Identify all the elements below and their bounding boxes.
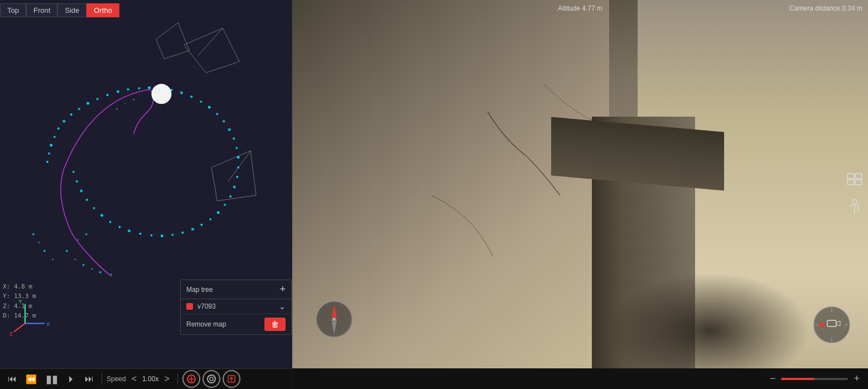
zoom-in-button[interactable]: + — [853, 373, 860, 385]
zoom-bar-fill — [781, 378, 814, 380]
svg-point-29 — [148, 87, 151, 89]
map-tree-title: Map tree — [186, 286, 213, 294]
svg-text:Z: Z — [9, 330, 13, 337]
svg-point-37 — [223, 120, 225, 122]
svg-point-27 — [127, 88, 129, 90]
svg-point-62 — [80, 189, 83, 192]
svg-point-59 — [100, 214, 103, 217]
svg-point-33 — [190, 95, 192, 98]
toolbar-separator-2 — [177, 373, 178, 385]
tab-front[interactable]: Front — [26, 3, 57, 17]
svg-point-75 — [116, 108, 118, 110]
svg-point-24 — [97, 98, 99, 100]
speed-control: Speed < 1.00x > — [107, 373, 173, 385]
camera-view[interactable]: Altitude 4.77 m Camera distance 0.34 m — [292, 0, 868, 389]
svg-point-17 — [50, 144, 52, 147]
svg-rect-94 — [847, 180, 854, 185]
svg-point-51 — [181, 232, 184, 234]
prev-frame-button[interactable]: ⏪ — [22, 373, 40, 386]
svg-point-23 — [86, 102, 89, 105]
svg-point-52 — [171, 234, 173, 236]
svg-point-38 — [228, 128, 231, 131]
speed-label: Speed — [107, 375, 126, 383]
speed-decrease-button[interactable]: < — [128, 373, 140, 385]
altitude-label: Altitude — [558, 4, 580, 12]
inspection-tool-button[interactable] — [202, 370, 220, 388]
svg-point-57 — [119, 226, 121, 228]
cracks-overlay — [292, 0, 868, 389]
svg-point-73 — [44, 250, 46, 252]
compass-widget[interactable] — [315, 300, 354, 339]
tab-top[interactable]: Top — [0, 3, 26, 17]
skip-end-button[interactable]: ⏭ — [81, 373, 97, 385]
svg-marker-14 — [156, 23, 189, 59]
remove-map-button[interactable]: Remove map — [186, 320, 226, 328]
viewport-3d[interactable]: Top Front Side Ortho — [0, 0, 292, 368]
left-3d-panel: Top Front Side Ortho — [0, 0, 292, 368]
svg-point-46 — [224, 204, 226, 206]
bottom-toolbar: ⏮ ⏪ ▮▮ ⏵ ⏭ Speed < 1.00x > — [0, 368, 292, 389]
svg-point-71 — [32, 233, 35, 236]
export-tool-button[interactable] — [223, 370, 240, 388]
svg-point-21 — [70, 113, 73, 116]
d-coord: D: 14.7 m — [3, 311, 36, 321]
svg-point-68 — [91, 268, 93, 270]
svg-point-35 — [208, 106, 211, 109]
skip-start-button[interactable]: ⏮ — [4, 373, 20, 385]
svg-marker-12 — [211, 151, 256, 201]
view-tabs: Top Front Side Ortho — [0, 3, 119, 17]
svg-point-67 — [83, 264, 85, 266]
waypoint-tool-button[interactable] — [182, 370, 200, 388]
camera-distance-label: Camera distance — [789, 4, 840, 12]
speed-increase-button[interactable]: > — [161, 373, 172, 385]
altitude-value: 4.77 m — [582, 4, 602, 12]
svg-point-60 — [93, 207, 95, 209]
svg-point-61 — [86, 199, 88, 201]
camera-distance-value: 0.34 m — [842, 4, 862, 12]
y-coord: Y: 13.3 m — [3, 291, 36, 301]
map-item-label: v7093 — [197, 302, 279, 310]
svg-point-66 — [74, 258, 76, 260]
svg-line-11 — [197, 28, 223, 56]
svg-point-101 — [332, 318, 336, 321]
svg-point-32 — [180, 92, 183, 94]
tab-ortho[interactable]: Ortho — [86, 3, 119, 17]
svg-point-41 — [237, 156, 240, 159]
camera-distance-display: Camera distance 0.34 m — [789, 4, 862, 12]
svg-point-49 — [200, 224, 202, 226]
svg-point-25 — [107, 94, 109, 96]
svg-point-40 — [235, 147, 238, 149]
map-tree-item[interactable]: v7093 ⌄ — [181, 299, 291, 314]
svg-point-16 — [48, 152, 50, 155]
svg-point-58 — [109, 221, 112, 223]
rotation-widget[interactable] — [812, 305, 851, 344]
tab-side[interactable]: Side — [57, 3, 86, 17]
delete-map-button[interactable]: 🗑 — [264, 318, 286, 331]
svg-text:X: X — [46, 321, 50, 327]
play-pause-button[interactable]: ▮▮ — [42, 371, 61, 387]
map-item-expand-icon[interactable]: ⌄ — [279, 302, 286, 311]
svg-point-72 — [38, 242, 40, 243]
svg-point-56 — [128, 229, 131, 232]
svg-point-47 — [217, 211, 220, 214]
map-tree-add-btn[interactable]: + — [279, 284, 286, 295]
svg-point-50 — [191, 228, 194, 230]
next-frame-button[interactable]: ⏵ — [64, 373, 79, 385]
svg-point-79 — [77, 239, 79, 241]
svg-marker-10 — [184, 28, 239, 73]
svg-point-22 — [78, 108, 80, 110]
zoom-out-button[interactable]: − — [770, 373, 776, 385]
map-tree-header: Map tree + — [181, 280, 291, 299]
z-coord: Z: 4.1 m — [3, 301, 36, 311]
right-camera-panel: Altitude 4.77 m Camera distance 0.34 m — [292, 0, 868, 389]
svg-point-43 — [236, 176, 238, 178]
zoom-slider[interactable] — [781, 378, 848, 380]
svg-point-77 — [133, 99, 134, 100]
speed-value: 1.00x — [142, 375, 158, 383]
view-mode-icon[interactable] — [847, 173, 862, 188]
person-icon[interactable] — [848, 199, 861, 217]
svg-point-78 — [85, 233, 88, 236]
svg-point-39 — [233, 137, 235, 140]
right-bottom-bar: − + — [292, 368, 868, 389]
svg-point-63 — [76, 180, 78, 183]
